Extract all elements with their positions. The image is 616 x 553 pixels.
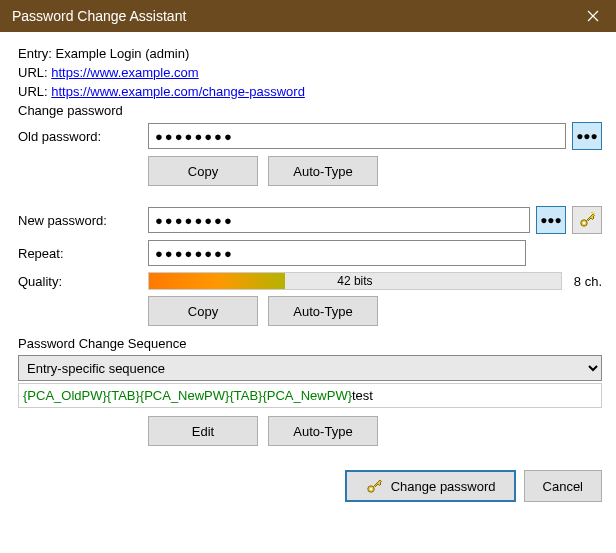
old-copy-button[interactable]: Copy <box>148 156 258 186</box>
dialog-content: Entry: Example Login (admin) URL: https:… <box>0 32 616 514</box>
close-button[interactable] <box>570 0 616 32</box>
quality-text: 42 bits <box>337 274 372 288</box>
old-autotype-button[interactable]: Auto-Type <box>268 156 378 186</box>
old-password-row: Old password: ●●● <box>18 122 602 150</box>
key-icon <box>365 477 383 495</box>
sequence-text-placeholders: {PCA_OldPW}{TAB}{PCA_NewPW}{TAB}{PCA_New… <box>23 388 352 403</box>
quality-meter: 42 bits <box>148 272 562 290</box>
repeat-password-input[interactable] <box>148 240 526 266</box>
old-password-reveal-button[interactable]: ●●● <box>572 122 602 150</box>
url-label-2: URL: <box>18 84 48 99</box>
old-password-label: Old password: <box>18 129 148 144</box>
sequence-heading: Password Change Sequence <box>18 336 602 351</box>
close-icon <box>587 10 599 22</box>
entry-line: Entry: Example Login (admin) <box>18 46 602 61</box>
sequence-text-literal: test <box>352 388 373 403</box>
sequence-display: {PCA_OldPW}{TAB}{PCA_NewPW}{TAB}{PCA_New… <box>18 383 602 408</box>
new-password-input[interactable] <box>148 207 530 233</box>
footer-buttons: Change password Cancel <box>18 470 602 502</box>
cancel-button[interactable]: Cancel <box>524 470 602 502</box>
entry-label: Entry: <box>18 46 52 61</box>
quality-fill <box>149 273 285 289</box>
titlebar: Password Change Assistant <box>0 0 616 32</box>
old-password-input[interactable] <box>148 123 566 149</box>
dots-icon: ●●● <box>576 129 598 143</box>
quality-label: Quality: <box>18 274 148 289</box>
sequence-autotype-button[interactable]: Auto-Type <box>268 416 378 446</box>
url-line-2: URL: https://www.example.com/change-pass… <box>18 84 602 99</box>
url-label-1: URL: <box>18 65 48 80</box>
new-copy-button[interactable]: Copy <box>148 296 258 326</box>
generate-password-button[interactable] <box>572 206 602 234</box>
new-password-reveal-button[interactable]: ●●● <box>536 206 566 234</box>
svg-point-1 <box>583 222 585 224</box>
new-password-buttons: Copy Auto-Type <box>148 296 602 326</box>
svg-point-3 <box>370 488 372 490</box>
sequence-buttons: Edit Auto-Type <box>148 416 602 446</box>
new-password-row: New password: ●●● <box>18 206 602 234</box>
quality-row: Quality: 42 bits 8 ch. <box>18 272 602 290</box>
old-password-buttons: Copy Auto-Type <box>148 156 602 186</box>
change-password-heading: Change password <box>18 103 602 118</box>
sequence-edit-button[interactable]: Edit <box>148 416 258 446</box>
window-title: Password Change Assistant <box>12 8 570 24</box>
repeat-row: Repeat: <box>18 240 602 266</box>
repeat-label: Repeat: <box>18 246 148 261</box>
sequence-select[interactable]: Entry-specific sequence <box>18 355 602 381</box>
url-link-2[interactable]: https://www.example.com/change-password <box>51 84 305 99</box>
dots-icon: ●●● <box>540 213 562 227</box>
new-password-label: New password: <box>18 213 148 228</box>
char-count: 8 ch. <box>574 274 602 289</box>
key-icon <box>578 211 596 229</box>
change-password-button[interactable]: Change password <box>345 470 516 502</box>
entry-name: Example Login (admin) <box>56 46 190 61</box>
url-link-1[interactable]: https://www.example.com <box>51 65 198 80</box>
new-autotype-button[interactable]: Auto-Type <box>268 296 378 326</box>
change-password-label: Change password <box>391 479 496 494</box>
url-line-1: URL: https://www.example.com <box>18 65 602 80</box>
